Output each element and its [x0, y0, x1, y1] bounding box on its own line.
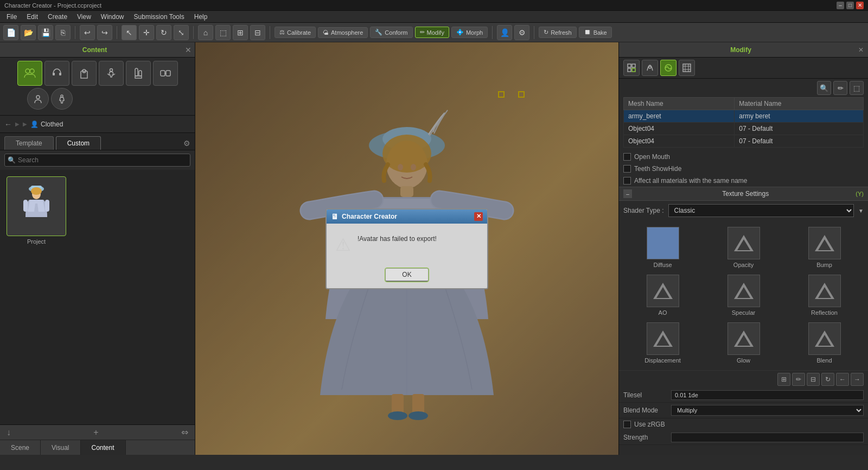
table-row[interactable]: Object04 07 - Default — [624, 123, 864, 135]
menu-help[interactable]: Help — [190, 12, 212, 22]
blend-mode-select[interactable]: Multiply Normal Screen Overlay — [671, 405, 864, 416]
right-panel-title: Modify — [623, 46, 858, 54]
close-button[interactable]: ✕ — [856, 2, 864, 9]
open-mouth-checkbox[interactable] — [623, 153, 631, 161]
teeth-showhide-checkbox[interactable] — [623, 165, 631, 173]
table-row[interactable]: army_beret army beret — [624, 110, 864, 123]
settings-button[interactable]: ⚙ — [514, 25, 529, 40]
tex-action-6[interactable]: → — [851, 373, 864, 386]
edit-button[interactable]: ✏ — [833, 81, 847, 95]
rp-tab-mesh[interactable] — [623, 60, 640, 76]
poses-icon[interactable] — [99, 61, 124, 86]
content-settings-icon[interactable]: ⚙ — [183, 139, 190, 150]
atmosphere-button[interactable]: 🌤 Atmosphere — [318, 27, 368, 38]
specular-thumb[interactable] — [727, 275, 760, 307]
tilesel-input[interactable] — [671, 390, 864, 400]
fullscreen-button[interactable]: ⬚ — [850, 81, 864, 95]
rotate-button[interactable]: ↻ — [156, 25, 171, 40]
open-button[interactable]: 📂 — [21, 25, 36, 40]
blend-thumb[interactable] — [808, 322, 841, 355]
displacement-thumb[interactable] — [647, 322, 679, 355]
menu-edit[interactable]: Edit — [22, 12, 42, 22]
clothing-icon[interactable] — [72, 61, 97, 86]
rp-tab-material[interactable] — [660, 60, 676, 76]
affect-all-checkbox[interactable] — [623, 177, 631, 185]
ao-thumb[interactable] — [647, 275, 679, 307]
opacity-thumb[interactable] — [727, 227, 760, 259]
mesh-name-header: Mesh Name — [624, 98, 735, 110]
characters-icon[interactable] — [17, 61, 42, 86]
project-thumbnail[interactable] — [7, 176, 66, 236]
dialog-ok-button[interactable]: OK — [385, 268, 428, 282]
table-row[interactable]: Object04 07 - Default — [624, 135, 864, 148]
strength-input[interactable] — [671, 433, 864, 442]
links-icon[interactable] — [153, 61, 178, 86]
svg-rect-7 — [139, 71, 142, 76]
diffuse-thumb[interactable] — [647, 227, 679, 259]
conform-button[interactable]: 🔧 Conform — [370, 27, 412, 38]
calibrate-button[interactable]: ⚖ Calibrate — [275, 27, 316, 38]
minimize-button[interactable]: – — [837, 2, 844, 9]
forward-icon2: ▶ — [23, 121, 27, 127]
frame-button[interactable]: ⬚ — [215, 25, 231, 40]
move-button[interactable]: ✛ — [139, 25, 154, 40]
tex-action-4[interactable]: ↻ — [821, 373, 834, 386]
tab-scene[interactable]: Scene — [0, 440, 41, 455]
use-zrgb-checkbox[interactable] — [623, 421, 631, 428]
accessories-icon[interactable] — [44, 61, 69, 86]
saveas-button[interactable]: ⎘ — [55, 25, 71, 40]
content-move-down-button[interactable]: ↓ — [3, 427, 14, 439]
rp-tab-grid[interactable] — [679, 60, 695, 76]
content-bottom-bar: ↓ + ⇔ — [0, 424, 195, 440]
texture-settings-header: – Texture Settings (Y) — [619, 187, 868, 201]
tab-template[interactable]: Template — [4, 136, 54, 150]
bump-thumb[interactable] — [808, 227, 841, 259]
redo-button[interactable]: ↪ — [97, 25, 112, 40]
back-button[interactable]: ← — [4, 120, 12, 129]
rp-tab-morph[interactable] — [642, 60, 658, 76]
bake-button[interactable]: 🔲 Bake — [579, 27, 612, 38]
content-item-project[interactable]: Project — [7, 176, 66, 245]
left-panel-close[interactable]: ✕ — [185, 46, 192, 54]
tab-custom[interactable]: Custom — [56, 136, 101, 150]
search-input[interactable] — [4, 154, 190, 167]
collapse-button[interactable]: – — [623, 189, 632, 198]
reset-button[interactable]: 🔍 — [817, 81, 831, 95]
refresh-button[interactable]: ↻ Refresh — [539, 27, 577, 38]
menu-window[interactable]: Window — [97, 12, 129, 22]
grid-button[interactable]: ⊞ — [233, 25, 248, 40]
texture-actions: ⊞ ✏ ⊟ ↻ ← → — [619, 370, 868, 388]
undo-button[interactable]: ↩ — [80, 25, 95, 40]
texture-diffuse: Diffuse — [626, 227, 700, 268]
tex-action-5[interactable]: ← — [836, 373, 849, 386]
content-link-button[interactable]: ⇔ — [178, 426, 192, 439]
modify-button[interactable]: ✏ Modify — [415, 27, 449, 38]
maximize-button[interactable]: □ — [846, 2, 854, 9]
shader-type-select[interactable]: Classic PBR Unlit — [668, 204, 854, 217]
views-button[interactable]: ⊟ — [250, 25, 265, 40]
right-panel-close[interactable]: ✕ — [858, 46, 864, 54]
morph-button[interactable]: 💠 Morph — [451, 27, 488, 38]
actor-icon[interactable] — [27, 88, 49, 110]
new-button[interactable]: 📄 — [3, 25, 18, 40]
menu-file[interactable]: File — [2, 12, 21, 22]
select-button[interactable]: ↖ — [122, 25, 137, 40]
reflection-thumb[interactable] — [808, 275, 841, 307]
dialog-close-button[interactable]: ✕ — [474, 212, 483, 221]
scale-button[interactable]: ⤡ — [174, 25, 189, 40]
gestures-icon[interactable] — [126, 61, 151, 86]
home-button[interactable]: ⌂ — [198, 25, 213, 40]
menu-create[interactable]: Create — [43, 12, 72, 22]
character-button[interactable]: 👤 — [497, 25, 512, 40]
tab-content[interactable]: Content — [81, 440, 126, 455]
tex-action-1[interactable]: ⊞ — [777, 373, 790, 386]
glow-thumb[interactable] — [727, 322, 760, 355]
tex-action-3[interactable]: ⊟ — [807, 373, 820, 386]
body-icon[interactable] — [51, 88, 73, 110]
content-add-button[interactable]: + — [90, 427, 101, 439]
tex-action-2[interactable]: ✏ — [792, 373, 805, 386]
menu-view[interactable]: View — [73, 12, 95, 22]
menu-submission-tools[interactable]: Submission Tools — [130, 12, 189, 22]
save-button[interactable]: 💾 — [38, 25, 53, 40]
tab-visual[interactable]: Visual — [41, 440, 80, 455]
